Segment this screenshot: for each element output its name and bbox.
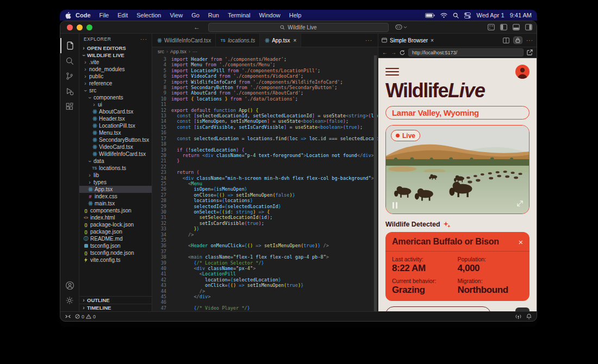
code-line[interactable]: 16 xyxy=(152,130,378,135)
tree-item-tsconfig-json[interactable]: tsconfig.json xyxy=(79,242,152,249)
code-line[interactable]: 14 const [isMenuOpen, setIsMenuOpen] = u… xyxy=(152,118,378,124)
tree-item-package-json[interactable]: {}package.json xyxy=(79,228,152,235)
tree-item-index-html[interactable]: <>index.html xyxy=(79,214,152,221)
code-line[interactable]: 42 location={selectedLocation} xyxy=(152,277,378,283)
floating-widget-button[interactable] xyxy=(515,307,530,311)
hamburger-menu-button[interactable] xyxy=(385,68,399,76)
code-line[interactable]: 23 return ( xyxy=(152,170,378,175)
run-debug-icon[interactable] xyxy=(60,84,79,99)
search-view-icon[interactable] xyxy=(60,53,79,68)
control-center-icon[interactable] xyxy=(464,12,471,18)
code-line[interactable]: 27 onClose={() => setIsMenuOpen(false)} xyxy=(152,192,378,198)
tree-item-tsconfig-node-json[interactable]: {}tsconfig.node.json xyxy=(79,249,152,256)
code-line[interactable]: 4import Menu from './components/Menu'; xyxy=(152,62,378,67)
ports-icon[interactable] xyxy=(515,314,521,319)
code-line[interactable]: 15 const [isCardVisible, setIsCardVisibl… xyxy=(152,124,378,130)
code-line[interactable]: 32 setIsCardVisible(true); xyxy=(152,221,378,226)
code-line[interactable]: 44 /> xyxy=(152,288,378,294)
code-line[interactable]: 38 <main className="flex-1 flex flex-col… xyxy=(152,254,378,260)
apple-menu-icon[interactable] xyxy=(65,12,71,19)
toggle-secondary-sidebar-icon[interactable] xyxy=(525,24,532,30)
toggle-primary-sidebar-icon[interactable] xyxy=(500,24,507,30)
source-control-icon[interactable] xyxy=(60,68,79,84)
code-line[interactable]: 9import AboutCard from './components/Abo… xyxy=(152,90,378,96)
explorer-view-icon[interactable] xyxy=(60,38,79,53)
code-line[interactable]: 12export default function App() { xyxy=(152,108,378,113)
tab-app-tsx[interactable]: App.tsx× xyxy=(260,34,301,47)
account-icon[interactable] xyxy=(60,278,79,293)
battery-icon[interactable] xyxy=(425,13,435,18)
menu-item-window[interactable]: Window xyxy=(255,12,285,18)
spotlight-search-icon[interactable] xyxy=(453,12,459,18)
tree-item-ui[interactable]: ›ui xyxy=(79,101,152,108)
tree-item-header-tsx[interactable]: Header.tsx xyxy=(79,115,152,122)
western-meadowlark-pill-button[interactable]: Western Meadowlark + xyxy=(385,306,491,311)
code-line[interactable]: 6import VideoCard from './components/Vid… xyxy=(152,73,378,79)
browser-back-icon[interactable]: ← xyxy=(382,49,388,55)
tree-item-components-json[interactable]: {}components.json xyxy=(79,207,152,214)
url-input[interactable]: http://localhost:5173/ xyxy=(408,48,524,57)
tree-item-index-css[interactable]: #index.css xyxy=(79,193,152,200)
browser-forward-icon[interactable]: → xyxy=(391,49,396,55)
window-zoom-button[interactable] xyxy=(86,24,92,30)
menu-item-help[interactable]: Help xyxy=(285,12,306,18)
code-line[interactable]: 41 <LocationPill xyxy=(152,271,378,277)
command-center-search[interactable]: Wildlife Live xyxy=(208,23,389,32)
open-external-icon[interactable] xyxy=(527,49,533,55)
code-line[interactable]: 28 locations={locations} xyxy=(152,198,378,203)
code-line[interactable]: 47 {/* Video Player */} xyxy=(152,305,378,311)
code-line[interactable]: 48 <VideoCard xyxy=(152,311,378,311)
menu-item-code[interactable]: Code xyxy=(71,12,95,18)
pause-button[interactable] xyxy=(393,202,397,209)
code-line[interactable]: 45 </div> xyxy=(152,294,378,299)
workspace-root-section[interactable]: › WILDLIFE LIVE xyxy=(79,52,152,59)
tree-item-node-modules[interactable]: ›node_modules xyxy=(79,66,152,73)
live-video-card[interactable]: Live xyxy=(385,125,530,214)
tree-item-wildlifeinfocard-tsx[interactable]: WildlifeInfoCard.tsx xyxy=(79,150,152,158)
history-back-button[interactable]: ← xyxy=(194,23,200,31)
tree-item-aboutcard-tsx[interactable]: AboutCard.tsx xyxy=(79,108,152,115)
code-line[interactable]: 46 xyxy=(152,299,378,305)
code-line[interactable]: 19 if (!selectedLocation) { xyxy=(152,147,378,153)
close-icon[interactable]: × xyxy=(294,37,297,43)
code-line[interactable]: 24 <div className="min-h-screen min-h-dv… xyxy=(152,175,378,181)
editor-scrollbar[interactable] xyxy=(373,55,377,311)
code-line[interactable]: 11 xyxy=(152,102,378,107)
notifications-bell-icon[interactable] xyxy=(526,313,532,319)
code-line[interactable]: 13 const [selectedLocationId, setSelecte… xyxy=(152,113,378,118)
wifi-icon[interactable] xyxy=(440,12,447,18)
tree-item-package-lock-json[interactable]: {}package-lock.json xyxy=(79,221,152,228)
tree-item-secondarybutton-tsx[interactable]: SecondaryButton.tsx xyxy=(79,136,152,143)
tree-item-vite-config-ts[interactable]: vite.config.ts xyxy=(79,256,152,263)
code-line[interactable]: 26 isOpen={isMenuOpen} xyxy=(152,186,378,192)
tree-item-videocard-tsx[interactable]: VideoCard.tsx xyxy=(79,143,152,150)
code-line[interactable]: 25 <Menu xyxy=(152,181,378,186)
tree-item-reference[interactable]: ›reference xyxy=(79,80,152,87)
toggle-panel-icon[interactable] xyxy=(513,24,520,30)
outline-section[interactable]: › OUTLINE xyxy=(79,296,152,304)
copilot-button[interactable] xyxy=(395,24,407,30)
code-line[interactable]: 8import SecondaryButton from './componen… xyxy=(152,85,378,90)
timeline-section[interactable]: › TIMELINE xyxy=(79,304,152,311)
close-icon[interactable]: × xyxy=(518,237,523,247)
code-line[interactable]: 35 xyxy=(152,237,378,243)
code-line[interactable]: 36 <Header onMenuClick={() => setIsMenuO… xyxy=(152,243,378,248)
breadcrumb-item-app-tsx[interactable]: App.tsx xyxy=(170,49,186,54)
code-line[interactable]: 21 } xyxy=(152,158,378,164)
tree-item-components[interactable]: ›components xyxy=(79,94,152,101)
tree-item-public[interactable]: ›public xyxy=(79,73,152,80)
code-line[interactable]: 17 const selectedLocation = locations.fi… xyxy=(152,136,378,141)
code-line[interactable]: 29 selectedId={selectedLocationId} xyxy=(152,204,378,209)
code-line[interactable]: 37 xyxy=(152,249,378,254)
extensions-icon[interactable] xyxy=(60,99,79,114)
explorer-more-actions-icon[interactable]: ··· xyxy=(140,36,147,42)
code-line[interactable]: 33 }} xyxy=(152,226,378,231)
tree-item-data[interactable]: ›data xyxy=(79,158,152,165)
code-line[interactable]: 40 <div className="px-4"> xyxy=(152,266,378,271)
tree-item-vite[interactable]: ›.vite xyxy=(79,59,152,66)
menu-item-edit[interactable]: Edit xyxy=(113,12,132,18)
location-pill-button[interactable]: Lamar Valley, Wyoming xyxy=(385,106,530,120)
window-close-button[interactable] xyxy=(67,24,73,30)
code-line[interactable]: 34 /> xyxy=(152,232,378,237)
window-minimize-button[interactable] xyxy=(77,24,83,30)
